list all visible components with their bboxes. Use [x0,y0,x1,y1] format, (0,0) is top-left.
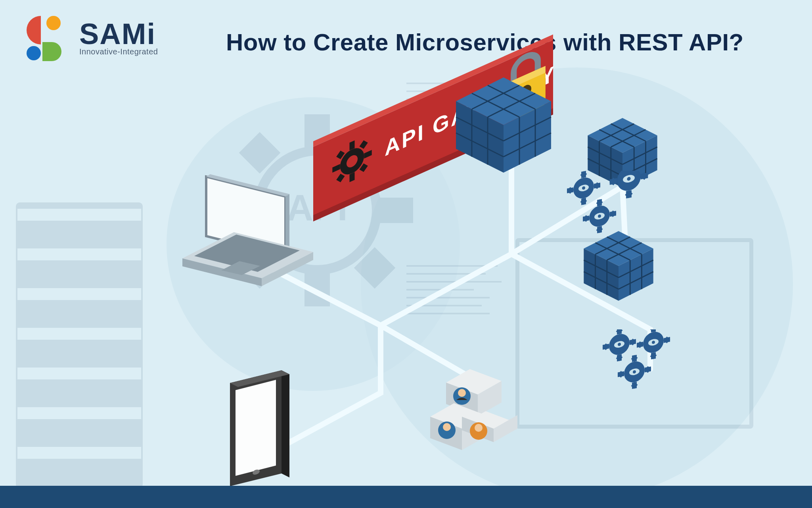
svg-rect-5 [246,139,274,167]
svg-marker-32 [282,370,289,477]
user-directory-icon [426,365,525,454]
brand-logo: SAMi Innovative-Integrated [22,16,158,60]
bg-server-rack [16,202,143,488]
svg-point-110 [458,389,466,397]
svg-rect-39 [332,164,340,173]
client-mobile-icon [222,367,301,496]
processing-services-1-icon [556,171,659,248]
brand-logo-mark [22,16,65,60]
svg-marker-34 [236,380,276,476]
svg-rect-43 [336,174,345,182]
brand-tagline: Innovative-Integrated [79,47,158,56]
gear-icon [331,130,373,194]
svg-rect-42 [359,140,368,149]
microservice-cluster-1-icon [452,73,555,178]
svg-point-115 [443,423,451,431]
client-laptop-icon [182,173,317,293]
brand-name: SAMi [79,19,158,49]
svg-point-120 [475,424,483,432]
page-title: How to Create Microservices with REST AP… [226,29,744,56]
processing-services-2-icon [592,329,687,398]
svg-rect-40 [364,150,372,159]
footer-bar [0,486,812,508]
